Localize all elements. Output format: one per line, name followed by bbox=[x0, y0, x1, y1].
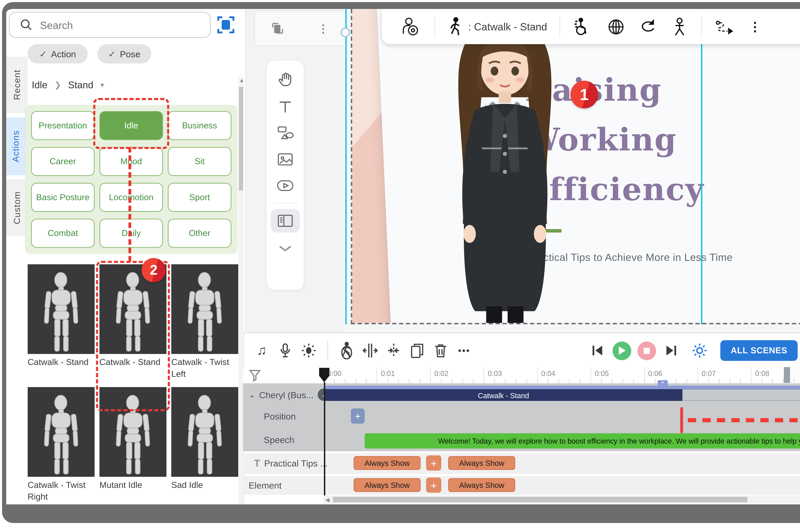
skeleton-icon[interactable] bbox=[671, 18, 689, 36]
pose-thumb-partial[interactable] bbox=[28, 511, 95, 514]
ruler-tick-label: 0:02 bbox=[434, 369, 448, 377]
timeline-ruler[interactable]: 0:000:010:020:030:040:050:060:070:080:09 bbox=[323, 367, 800, 384]
search-input[interactable] bbox=[39, 15, 200, 35]
chevron-down-icon[interactable]: ▾ bbox=[100, 80, 104, 89]
pose-card[interactable]: Catwalk - Twist Right bbox=[28, 387, 95, 505]
music-icon[interactable]: ♫ bbox=[253, 342, 271, 360]
video-tool[interactable] bbox=[271, 174, 299, 197]
ruler-tick-label: 0:06 bbox=[648, 369, 662, 377]
category-button[interactable]: Other bbox=[168, 219, 231, 248]
layers-icon[interactable] bbox=[264, 17, 292, 40]
filter-chip-pose[interactable]: ✓ Pose bbox=[97, 44, 151, 63]
character-mute-icon[interactable] bbox=[338, 342, 356, 360]
category-button[interactable]: Sport bbox=[168, 183, 231, 212]
character-cheryl[interactable] bbox=[419, 13, 591, 324]
pose-thumbnail[interactable] bbox=[28, 264, 95, 354]
kebab-menu-icon[interactable]: ⋮ bbox=[746, 18, 764, 36]
divider bbox=[327, 341, 328, 360]
action-clip-top-strip bbox=[325, 386, 800, 389]
motion-path-icon[interactable] bbox=[716, 18, 733, 36]
timeline-h-scrollbar[interactable]: ◀ bbox=[323, 495, 800, 504]
slide-canvas[interactable]: Raising Working Efficiency Practical Tip… bbox=[351, 9, 800, 324]
sidebar-tab-actions[interactable]: Actions bbox=[6, 117, 28, 175]
category-button[interactable]: Business bbox=[168, 111, 231, 140]
wheelchair-icon[interactable] bbox=[572, 18, 590, 36]
pose-card[interactable]: Catwalk - Twist Left bbox=[171, 264, 238, 382]
mic-icon[interactable] bbox=[276, 342, 294, 360]
speech-clip[interactable]: Welcome! Today, we will explore how to b… bbox=[365, 433, 800, 449]
pose-thumbnail[interactable] bbox=[171, 264, 238, 354]
chevron-down-icon[interactable]: ⌄ bbox=[249, 390, 255, 399]
filter-icon[interactable] bbox=[249, 369, 261, 382]
add-element-effect-button[interactable]: + bbox=[426, 477, 441, 493]
split-left-icon[interactable] bbox=[361, 342, 379, 360]
always-show-badge[interactable]: Always Show bbox=[353, 456, 421, 470]
always-show-badge[interactable]: Always Show bbox=[448, 478, 515, 492]
pose-card[interactable]: Sad Idle bbox=[171, 387, 238, 505]
image-tool[interactable] bbox=[271, 148, 299, 171]
brightness-icon[interactable] bbox=[300, 342, 317, 360]
guide-handle[interactable] bbox=[341, 28, 350, 37]
check-icon: ✓ bbox=[39, 49, 47, 59]
chevron-down-icon[interactable] bbox=[271, 237, 299, 260]
track-label-speech[interactable]: Speech bbox=[264, 435, 294, 445]
more-icon[interactable]: ••• bbox=[455, 342, 473, 360]
globe-icon[interactable] bbox=[607, 18, 625, 36]
guide-line-vertical[interactable] bbox=[345, 9, 347, 324]
split-right-icon[interactable] bbox=[385, 342, 403, 360]
pose-thumbnail[interactable] bbox=[28, 387, 95, 477]
playhead-line[interactable] bbox=[324, 382, 325, 495]
skip-start-icon[interactable] bbox=[588, 342, 606, 360]
duplicate-icon[interactable] bbox=[408, 342, 426, 360]
guide-line-vertical[interactable] bbox=[701, 9, 703, 324]
breadcrumb-child[interactable]: Stand bbox=[68, 79, 93, 90]
walk-icon[interactable] bbox=[446, 18, 464, 36]
pose-thumbnail[interactable] bbox=[171, 387, 238, 477]
trash-icon[interactable] bbox=[432, 342, 450, 360]
layout-tool[interactable] bbox=[271, 209, 300, 233]
track-label-character[interactable]: ⌄ Cheryl (Bus... ⌄ bbox=[249, 388, 330, 402]
skip-end-icon[interactable] bbox=[662, 342, 680, 360]
hand-tool[interactable] bbox=[271, 68, 299, 91]
shapes-tool[interactable] bbox=[271, 121, 299, 145]
add-text-effect-button[interactable]: + bbox=[426, 455, 441, 471]
filter-chip-action[interactable]: ✓ Action bbox=[28, 44, 88, 63]
always-show-badge[interactable]: Always Show bbox=[448, 456, 515, 470]
stop-button[interactable] bbox=[637, 341, 656, 360]
capture-pose-button[interactable] bbox=[217, 15, 235, 35]
category-button[interactable]: Combat bbox=[31, 219, 94, 248]
sidebar-tab-custom[interactable]: Custom bbox=[6, 179, 28, 236]
category-button[interactable]: Basic Posture bbox=[31, 183, 94, 212]
ruler-tick bbox=[484, 367, 484, 384]
all-scenes-button[interactable]: ALL SCENES bbox=[720, 340, 798, 361]
pose-card[interactable]: Catwalk - Stand bbox=[28, 264, 95, 382]
breadcrumb-parent[interactable]: Idle bbox=[32, 79, 47, 90]
category-label: Presentation bbox=[39, 121, 87, 130]
rotate-icon[interactable] bbox=[639, 18, 657, 36]
search-box[interactable] bbox=[9, 12, 211, 38]
sidebar-tab-recent[interactable]: Recent bbox=[6, 57, 28, 113]
category-button[interactable]: Presentation bbox=[31, 111, 94, 140]
track-label-position[interactable]: Position bbox=[264, 411, 296, 422]
character-select-icon[interactable] bbox=[401, 18, 419, 36]
play-button[interactable] bbox=[613, 341, 631, 360]
track-label-text[interactable]: T Practical Tips ... bbox=[254, 457, 328, 469]
ruler-tick bbox=[537, 367, 538, 384]
add-position-button[interactable]: + bbox=[351, 408, 365, 424]
filter-chip-label: Pose bbox=[120, 49, 140, 59]
action-clip-catwalk[interactable]: Catwalk - Stand bbox=[325, 389, 683, 401]
category-button[interactable]: Sit bbox=[168, 147, 231, 176]
scene-segment-clip[interactable]: #1 bbox=[683, 389, 800, 401]
pose-thumb-partial[interactable] bbox=[99, 511, 167, 514]
always-show-badge[interactable]: Always Show bbox=[353, 478, 421, 492]
track-label-element[interactable]: Element bbox=[249, 480, 281, 491]
category-button[interactable]: Career bbox=[31, 147, 94, 176]
divider bbox=[273, 203, 297, 204]
ruler-tick-label: 0:01 bbox=[381, 369, 395, 377]
text-track-icon: T bbox=[254, 457, 260, 469]
text-tool[interactable] bbox=[271, 95, 299, 119]
add-keyframe-tab[interactable]: + bbox=[657, 380, 668, 386]
kebab-menu-icon[interactable]: ⋮ bbox=[309, 17, 337, 40]
settings-gear-icon[interactable] bbox=[691, 342, 708, 360]
pose-thumb-partial[interactable] bbox=[171, 511, 238, 514]
